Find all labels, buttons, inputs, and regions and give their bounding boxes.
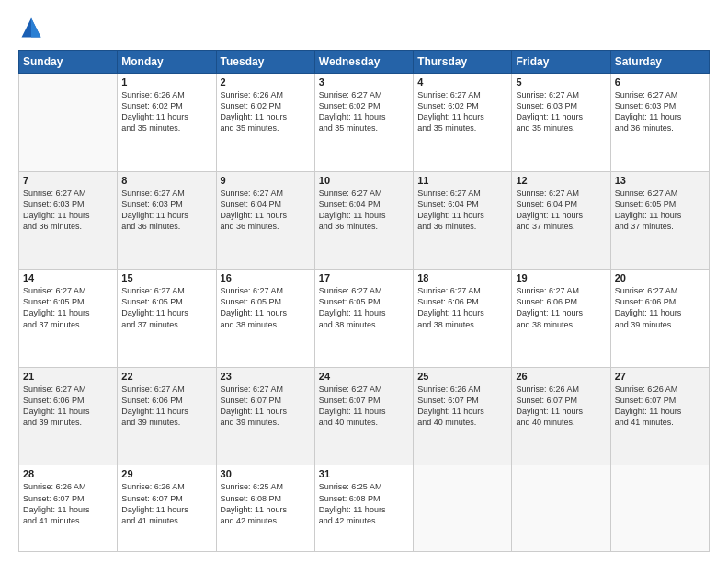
calendar-day-cell: 20Sunrise: 6:27 AMSunset: 6:06 PMDayligh… [610, 270, 709, 368]
calendar-day-header: Wednesday [314, 51, 413, 74]
calendar-day-cell: 14Sunrise: 6:27 AMSunset: 6:05 PMDayligh… [19, 270, 118, 368]
cell-sun-info: Sunrise: 6:26 AMSunset: 6:07 PMDaylight:… [121, 481, 211, 526]
logo [18, 15, 48, 40]
cell-sun-info: Sunrise: 6:27 AMSunset: 6:06 PMDaylight:… [121, 384, 211, 429]
calendar-day-header: Saturday [610, 51, 709, 74]
day-number: 8 [121, 175, 211, 186]
cell-sun-info: Sunrise: 6:27 AMSunset: 6:06 PMDaylight:… [516, 285, 606, 330]
cell-sun-info: Sunrise: 6:26 AMSunset: 6:02 PMDaylight:… [121, 89, 211, 134]
day-number: 4 [417, 76, 507, 87]
calendar-day-cell: 19Sunrise: 6:27 AMSunset: 6:06 PMDayligh… [512, 270, 610, 368]
page: SundayMondayTuesdayWednesdayThursdayFrid… [0, 0, 728, 563]
day-number: 23 [221, 371, 311, 382]
calendar-day-cell: 5Sunrise: 6:27 AMSunset: 6:03 PMDaylight… [512, 74, 610, 172]
cell-sun-info: Sunrise: 6:27 AMSunset: 6:02 PMDaylight:… [417, 89, 507, 134]
calendar-day-cell: 21Sunrise: 6:27 AMSunset: 6:06 PMDayligh… [19, 367, 118, 465]
calendar-week-row: 1Sunrise: 6:26 AMSunset: 6:02 PMDaylight… [19, 74, 710, 172]
day-number: 24 [319, 371, 409, 382]
cell-sun-info: Sunrise: 6:27 AMSunset: 6:07 PMDaylight:… [221, 384, 311, 429]
calendar-day-cell [19, 74, 118, 172]
logo-icon [18, 15, 44, 40]
cell-sun-info: Sunrise: 6:27 AMSunset: 6:04 PMDaylight:… [319, 188, 409, 233]
day-number: 11 [417, 175, 507, 186]
calendar-day-cell: 1Sunrise: 6:26 AMSunset: 6:02 PMDaylight… [118, 74, 216, 172]
day-number: 6 [615, 76, 705, 87]
calendar-day-cell: 16Sunrise: 6:27 AMSunset: 6:05 PMDayligh… [216, 270, 314, 368]
calendar-week-row: 28Sunrise: 6:26 AMSunset: 6:07 PMDayligh… [19, 465, 710, 552]
day-number: 14 [23, 272, 113, 283]
cell-sun-info: Sunrise: 6:27 AMSunset: 6:03 PMDaylight:… [23, 188, 113, 233]
day-number: 12 [516, 175, 606, 186]
day-number: 7 [23, 175, 113, 186]
calendar-week-row: 21Sunrise: 6:27 AMSunset: 6:06 PMDayligh… [19, 367, 710, 465]
calendar-day-cell: 27Sunrise: 6:26 AMSunset: 6:07 PMDayligh… [610, 367, 709, 465]
calendar-day-cell: 15Sunrise: 6:27 AMSunset: 6:05 PMDayligh… [118, 270, 216, 368]
calendar-day-header: Tuesday [216, 51, 314, 74]
svg-marker-1 [31, 18, 41, 38]
cell-sun-info: Sunrise: 6:27 AMSunset: 6:04 PMDaylight:… [417, 188, 507, 233]
calendar-day-cell: 23Sunrise: 6:27 AMSunset: 6:07 PMDayligh… [216, 367, 314, 465]
day-number: 16 [221, 272, 311, 283]
cell-sun-info: Sunrise: 6:27 AMSunset: 6:07 PMDaylight:… [319, 384, 409, 429]
calendar-day-cell: 9Sunrise: 6:27 AMSunset: 6:04 PMDaylight… [216, 171, 314, 270]
calendar-day-header: Monday [118, 51, 216, 74]
day-number: 15 [121, 272, 211, 283]
cell-sun-info: Sunrise: 6:26 AMSunset: 6:07 PMDaylight:… [516, 384, 606, 429]
cell-sun-info: Sunrise: 6:27 AMSunset: 6:05 PMDaylight:… [319, 285, 409, 330]
cell-sun-info: Sunrise: 6:27 AMSunset: 6:06 PMDaylight:… [23, 384, 113, 429]
calendar-day-cell: 3Sunrise: 6:27 AMSunset: 6:02 PMDaylight… [314, 74, 413, 172]
cell-sun-info: Sunrise: 6:27 AMSunset: 6:03 PMDaylight:… [516, 89, 606, 134]
day-number: 13 [615, 175, 705, 186]
day-number: 22 [121, 371, 211, 382]
day-number: 10 [319, 175, 409, 186]
calendar-day-cell: 22Sunrise: 6:27 AMSunset: 6:06 PMDayligh… [118, 367, 216, 465]
calendar-week-row: 14Sunrise: 6:27 AMSunset: 6:05 PMDayligh… [19, 270, 710, 368]
day-number: 17 [319, 272, 409, 283]
calendar-day-cell: 8Sunrise: 6:27 AMSunset: 6:03 PMDaylight… [118, 171, 216, 270]
calendar-day-cell [414, 465, 512, 552]
day-number: 9 [221, 175, 311, 186]
day-number: 29 [121, 468, 211, 479]
calendar-day-cell: 18Sunrise: 6:27 AMSunset: 6:06 PMDayligh… [414, 270, 512, 368]
cell-sun-info: Sunrise: 6:27 AMSunset: 6:05 PMDaylight:… [121, 285, 211, 330]
day-number: 27 [615, 371, 705, 382]
cell-sun-info: Sunrise: 6:26 AMSunset: 6:07 PMDaylight:… [615, 384, 705, 429]
day-number: 20 [615, 272, 705, 283]
calendar-day-cell: 29Sunrise: 6:26 AMSunset: 6:07 PMDayligh… [118, 465, 216, 552]
cell-sun-info: Sunrise: 6:27 AMSunset: 6:05 PMDaylight:… [615, 188, 705, 233]
cell-sun-info: Sunrise: 6:25 AMSunset: 6:08 PMDaylight:… [319, 481, 409, 526]
calendar-day-cell: 13Sunrise: 6:27 AMSunset: 6:05 PMDayligh… [610, 171, 709, 270]
day-number: 26 [516, 371, 606, 382]
calendar-day-cell: 30Sunrise: 6:25 AMSunset: 6:08 PMDayligh… [216, 465, 314, 552]
calendar-day-cell: 31Sunrise: 6:25 AMSunset: 6:08 PMDayligh… [314, 465, 413, 552]
day-number: 30 [221, 468, 311, 479]
calendar-day-cell: 28Sunrise: 6:26 AMSunset: 6:07 PMDayligh… [19, 465, 118, 552]
calendar-day-header: Sunday [19, 51, 118, 74]
cell-sun-info: Sunrise: 6:26 AMSunset: 6:07 PMDaylight:… [23, 481, 113, 526]
cell-sun-info: Sunrise: 6:27 AMSunset: 6:03 PMDaylight:… [615, 89, 705, 134]
calendar-day-header: Thursday [414, 51, 512, 74]
calendar-day-cell: 24Sunrise: 6:27 AMSunset: 6:07 PMDayligh… [314, 367, 413, 465]
calendar-day-cell: 6Sunrise: 6:27 AMSunset: 6:03 PMDaylight… [610, 74, 709, 172]
day-number: 5 [516, 76, 606, 87]
calendar-day-cell [610, 465, 709, 552]
calendar-day-header: Friday [512, 51, 610, 74]
day-number: 1 [121, 76, 211, 87]
day-number: 21 [23, 371, 113, 382]
day-number: 28 [23, 468, 113, 479]
cell-sun-info: Sunrise: 6:25 AMSunset: 6:08 PMDaylight:… [221, 481, 311, 526]
day-number: 18 [417, 272, 507, 283]
calendar-day-cell: 4Sunrise: 6:27 AMSunset: 6:02 PMDaylight… [414, 74, 512, 172]
calendar-header-row: SundayMondayTuesdayWednesdayThursdayFrid… [19, 51, 710, 74]
cell-sun-info: Sunrise: 6:26 AMSunset: 6:07 PMDaylight:… [417, 384, 507, 429]
cell-sun-info: Sunrise: 6:27 AMSunset: 6:02 PMDaylight:… [319, 89, 409, 134]
calendar-week-row: 7Sunrise: 6:27 AMSunset: 6:03 PMDaylight… [19, 171, 710, 270]
header [18, 15, 710, 40]
calendar-day-cell: 10Sunrise: 6:27 AMSunset: 6:04 PMDayligh… [314, 171, 413, 270]
day-number: 3 [319, 76, 409, 87]
calendar-day-cell: 17Sunrise: 6:27 AMSunset: 6:05 PMDayligh… [314, 270, 413, 368]
cell-sun-info: Sunrise: 6:27 AMSunset: 6:03 PMDaylight:… [121, 188, 211, 233]
calendar-table: SundayMondayTuesdayWednesdayThursdayFrid… [18, 50, 710, 552]
cell-sun-info: Sunrise: 6:27 AMSunset: 6:06 PMDaylight:… [417, 285, 507, 330]
day-number: 2 [221, 76, 311, 87]
